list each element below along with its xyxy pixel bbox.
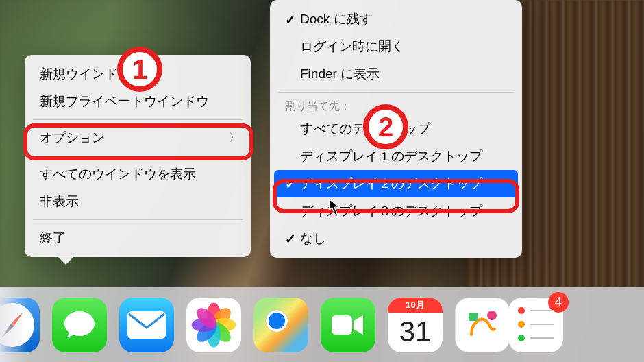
annotation-badge-2: 2 [363,104,408,149]
menu-item-label: 新規プライベートウインドウ [40,93,209,110]
menu-item-label: ログイン時に開く [300,38,404,56]
notification-badge: 4 [548,292,569,313]
menu-item-label: ディスプレイ１のデスクトップ [300,147,482,165]
svg-rect-0 [127,311,166,339]
dock: ➤ 10月 31 4 [0,287,644,362]
svg-rect-1 [332,315,352,335]
dock-safari-icon[interactable] [0,298,40,352]
check-icon: ✓ [285,231,300,247]
svg-point-3 [487,311,497,320]
menu-item-label: ディスプレイ２のデスクトップ [300,175,482,193]
annotation-badge-1: 1 [117,47,162,92]
annotation-number: 1 [132,54,147,85]
calendar-month-label: 10月 [388,298,443,313]
menu-show-all-windows[interactable]: すべてのウインドウを表示 [25,160,251,188]
location-arrow-icon: ➤ [267,311,285,332]
menu-item-label: Dock に残す [300,10,373,28]
submenu-show-in-finder[interactable]: Finder に表示 [270,60,522,88]
dock-freeform-icon[interactable] [455,298,510,352]
submenu-assign-display-3[interactable]: ディスプレイ３のデスクトップ [270,197,522,225]
menu-item-label: オプション [40,129,105,147]
menu-new-private-window[interactable]: 新規プライベートウインドウ [25,88,251,115]
menu-item-label: すべてのウインドウを表示 [40,165,196,183]
menu-hide[interactable]: 非表示 [25,188,251,215]
menu-separator [33,119,243,120]
chevron-right-icon: 〉 [229,131,240,145]
menu-quit[interactable]: 終了 [25,224,251,252]
dock-mail-icon[interactable] [119,298,174,352]
check-icon: ✓ [285,176,300,192]
menu-item-label: 終了 [40,229,66,247]
badge-count: 4 [555,295,562,309]
menu-separator [33,156,243,156]
dock-reminders-icon[interactable]: 4 [508,298,563,352]
dock-calendar-icon[interactable]: 10月 31 [388,298,443,352]
menu-options[interactable]: オプション 〉 [25,124,251,152]
menu-separator [33,219,243,220]
submenu-open-at-login[interactable]: ログイン時に開く [270,33,522,60]
dock-maps-icon[interactable]: ➤ [253,298,308,352]
menu-separator [278,92,514,93]
mouse-cursor-icon [328,198,340,215]
menu-pointer-icon [58,256,74,265]
submenu-keep-in-dock[interactable]: ✓ Dock に残す [270,5,522,33]
submenu-assign-none[interactable]: ✓ なし [270,225,522,252]
dock-facetime-icon[interactable] [321,298,375,352]
dock-photos-icon[interactable] [186,298,241,352]
submenu-assign-display-2[interactable]: ✓ ディスプレイ２のデスクトップ [274,170,518,197]
menu-item-label: ディスプレイ３のデスクトップ [300,202,482,220]
annotation-number: 2 [378,112,393,143]
calendar-day-label: 31 [388,313,443,351]
check-icon: ✓ [285,12,300,27]
menu-item-label: なし [300,230,326,248]
dock-messages-icon[interactable] [52,298,107,352]
svg-rect-2 [469,313,478,321]
menu-item-label: Finder に表示 [300,65,380,83]
menu-item-label: 非表示 [40,193,79,210]
